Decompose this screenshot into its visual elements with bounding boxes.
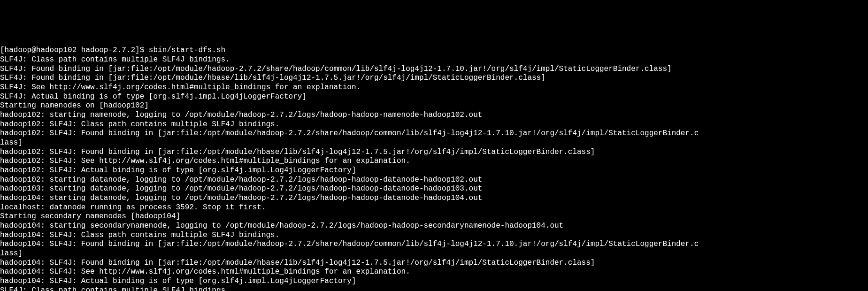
terminal-line: hadoop103: starting datanode, logging to… xyxy=(0,184,868,194)
terminal-line: hadoop102: starting namenode, logging to… xyxy=(0,111,868,120)
terminal-line: hadoop102: SLF4J: Found binding in [jar:… xyxy=(0,129,868,138)
terminal-line: hadoop104: SLF4J: Found binding in [jar:… xyxy=(0,259,868,268)
terminal-line: lass] xyxy=(0,138,868,148)
terminal-line: hadoop104: starting secondarynamenode, l… xyxy=(0,222,868,231)
terminal-line: hadoop102: SLF4J: Actual binding is of t… xyxy=(0,166,868,176)
terminal-line: hadoop102: starting datanode, logging to… xyxy=(0,176,868,185)
terminal-line: hadoop104: SLF4J: See http://www.slf4j.o… xyxy=(0,268,868,277)
terminal-line: SLF4J: See http://www.slf4j.org/codes.ht… xyxy=(0,83,868,92)
terminal-line: hadoop104: SLF4J: Actual binding is of t… xyxy=(0,277,868,286)
terminal-line: SLF4J: Found binding in [jar:file:/opt/m… xyxy=(0,74,868,83)
terminal-output[interactable]: [hadoop@hadoop102 hadoop-2.7.2]$ sbin/st… xyxy=(0,46,868,291)
terminal-line: hadoop102: SLF4J: See http://www.slf4j.o… xyxy=(0,157,868,166)
terminal-line: lass] xyxy=(0,249,868,259)
terminal-line: hadoop104: SLF4J: Class path contains mu… xyxy=(0,231,868,240)
terminal-line: localhost: datanode running as process 3… xyxy=(0,203,868,213)
terminal-line: SLF4J: Actual binding is of type [org.sl… xyxy=(0,92,868,102)
terminal-line: Starting namenodes on [hadoop102] xyxy=(0,101,868,111)
terminal-line: SLF4J: Class path contains multiple SLF4… xyxy=(0,55,868,65)
terminal-line: SLF4J: Class path contains multiple SLF4… xyxy=(0,286,868,291)
terminal-line: hadoop102: SLF4J: Class path contains mu… xyxy=(0,120,868,130)
terminal-line: Starting secondary namenodes [hadoop104] xyxy=(0,212,868,222)
terminal-line: [hadoop@hadoop102 hadoop-2.7.2]$ sbin/st… xyxy=(0,46,868,55)
terminal-line: hadoop104: SLF4J: Found binding in [jar:… xyxy=(0,240,868,249)
terminal-line: SLF4J: Found binding in [jar:file:/opt/m… xyxy=(0,65,868,74)
terminal-line: hadoop102: SLF4J: Found binding in [jar:… xyxy=(0,148,868,157)
terminal-line: hadoop104: starting datanode, logging to… xyxy=(0,194,868,203)
